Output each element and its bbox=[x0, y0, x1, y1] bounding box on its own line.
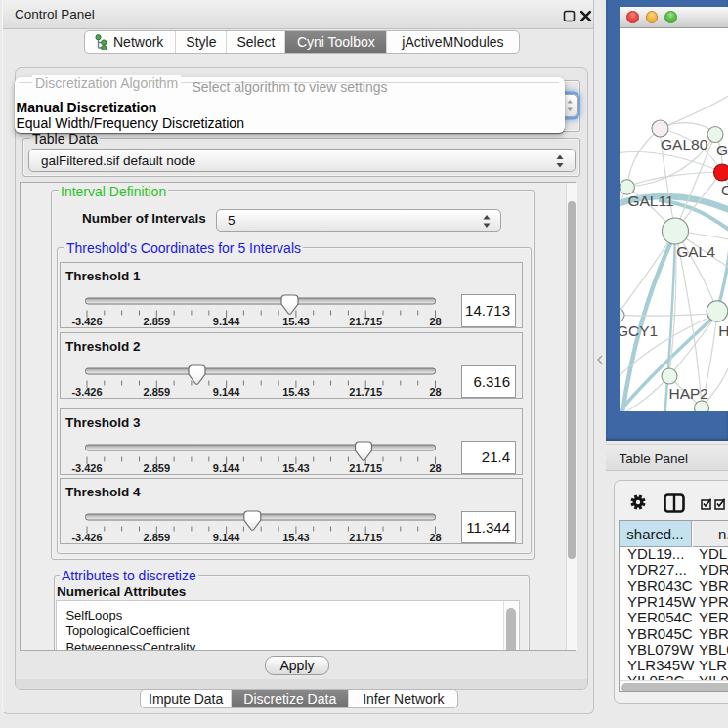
svg-text:GAL80: GAL80 bbox=[661, 135, 708, 151]
svg-text:GAL2: GAL2 bbox=[716, 142, 728, 158]
svg-text:GCY1: GCY1 bbox=[620, 322, 658, 339]
svg-text:HIS4: HIS4 bbox=[718, 322, 728, 339]
svg-text:HAP2: HAP2 bbox=[669, 385, 709, 402]
svg-text:GAL11: GAL11 bbox=[627, 193, 673, 209]
svg-text:GAL4: GAL4 bbox=[676, 243, 715, 260]
svg-text:CDC1: CDC1 bbox=[721, 181, 728, 197]
